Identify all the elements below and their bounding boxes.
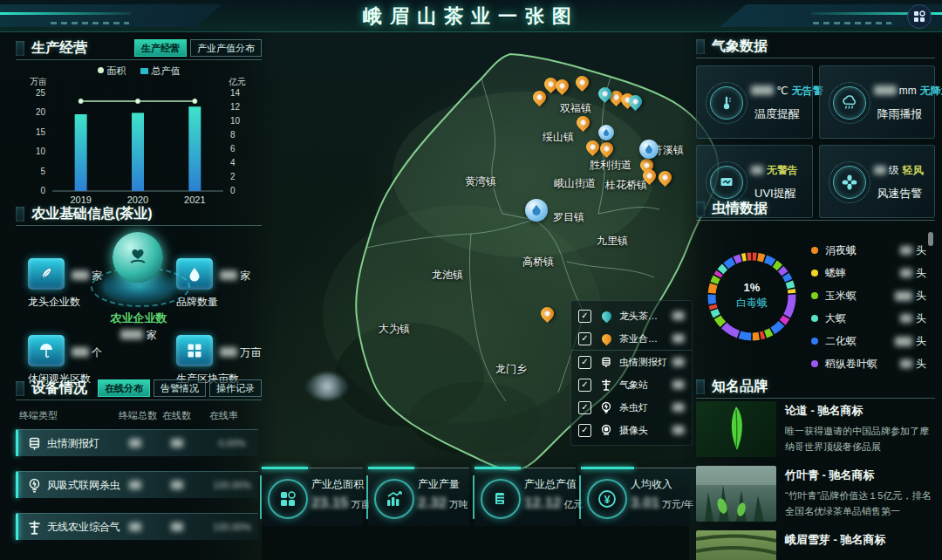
svg-text:12: 12 (230, 102, 241, 112)
svg-text:万亩: 万亩 (30, 78, 47, 86)
layer-row-insect-lamp[interactable]: ✓ 虫情测报灯 (571, 350, 692, 373)
layer-row-cooperative[interactable]: ✓ 茶业合… (571, 327, 692, 350)
rain-cloud-icon (829, 82, 870, 124)
checkbox-checked[interactable]: ✓ (578, 424, 591, 437)
weather-station-icon (27, 520, 42, 535)
total-value-icon (481, 479, 521, 519)
map-marker-water[interactable] (639, 140, 659, 159)
map-marker-water[interactable] (525, 199, 548, 222)
legend-dot (811, 292, 818, 299)
brand-desc: 唯一获得邀请的中国品牌参加了摩纳哥世界顶级奢侈品展 (785, 424, 935, 454)
stat-value: 家 (220, 269, 250, 283)
pest-legend-row[interactable]: 大螟头 (811, 307, 926, 330)
pest-count-blurred (895, 291, 912, 301)
panel-title-weather: 气象数据 (696, 38, 768, 56)
stat-number: 12.12 (524, 495, 562, 511)
tab-online-distribution[interactable]: 在线分布 (98, 379, 150, 397)
legend-area: 面积 (98, 65, 126, 78)
device-table-header: 终端类型 终端总数 在线数 在线率 (16, 407, 262, 425)
pest-count-blurred (895, 337, 912, 346)
town-label: 桂花桥镇 (605, 178, 647, 193)
panel-title-pests: 虫情数据 (696, 200, 768, 218)
insect-lamp-icon (27, 436, 42, 451)
map-marker-water[interactable] (598, 125, 614, 140)
checkbox-checked[interactable]: ✓ (578, 356, 591, 369)
brand-desc: “竹叶青”品牌价值达１5亿元，排名全国名优绿茶单品销售第一 (785, 488, 935, 519)
svg-text:20: 20 (36, 107, 46, 117)
brand-item[interactable]: 峨眉雪芽 - 驰名商标 (696, 530, 935, 560)
legend-dot (811, 247, 818, 254)
checkbox-checked[interactable]: ✓ (578, 332, 591, 345)
svg-text:0: 0 (230, 186, 236, 195)
cooperative-pin-icon (598, 334, 614, 344)
town-label: 龙池镇 (432, 268, 463, 283)
thermometer-icon (706, 82, 747, 124)
output-icon (374, 479, 414, 519)
chart-legend: 面积 总产值 (16, 65, 262, 78)
brand-title: 论道 - 驰名商标 (785, 403, 935, 419)
pest-legend-row[interactable]: 蟋蟀头 (811, 262, 926, 284)
legend-output: 总产值 (140, 65, 181, 78)
stat-card-total-value: 产业总产值 12.12亿元 (474, 468, 576, 526)
town-label: 龙门乡 (495, 362, 527, 377)
scrollbar-thumb[interactable] (928, 232, 933, 246)
town-label: 大为镇 (379, 322, 410, 337)
weather-station-icon (598, 379, 614, 391)
layer-row-weather-station[interactable]: ✓ 气象站 (571, 373, 692, 396)
svg-text:6: 6 (230, 144, 236, 154)
device-online-blurred (171, 439, 183, 447)
bar-series-marker (140, 68, 148, 74)
panel-production: 生产经营 生产经营 产业产值分布 面积 总产值 0510152025024681… (16, 37, 262, 202)
apps-menu-button[interactable] (907, 4, 932, 29)
town-label: 双福镇 (560, 101, 591, 116)
brand-item[interactable]: 论道 - 驰名商标 唯一获得邀请的中国品牌参加了摩纳哥世界顶级奢侈品展 (696, 401, 935, 457)
pest-legend-row[interactable]: 玉米螟头 (811, 284, 926, 307)
tab-alarms[interactable]: 告警情况 (154, 379, 206, 397)
layer-row-tea-enterprise[interactable]: ✓ 龙头茶… (571, 304, 692, 327)
device-row[interactable]: 无线农业综合气 100.00% (16, 513, 258, 540)
total-area-icon (268, 479, 308, 519)
svg-text:10: 10 (36, 147, 46, 156)
svg-text:4: 4 (230, 158, 236, 167)
agri-center-platform (91, 232, 187, 307)
town-label: 黄湾镇 (465, 174, 496, 189)
svg-text:10: 10 (230, 116, 241, 126)
tab-operation-log[interactable]: 操作记录 (209, 379, 262, 397)
stat-number: 2.32 (418, 495, 447, 511)
stat-card-total-area: 产业总面积 23.15万亩 (262, 468, 363, 526)
legend-dot (811, 270, 818, 277)
weather-card-temperature: ℃无告警 温度提醒 (696, 65, 813, 139)
device-row[interactable]: 虫情测报灯 0.00% (16, 429, 258, 456)
svg-text:0: 0 (40, 186, 45, 195)
tab-output-distribution[interactable]: 产业产值分布 (190, 39, 262, 57)
layer-row-camera[interactable]: ✓ 摄像头 (571, 419, 692, 441)
tab-production[interactable]: 生产经营 (134, 39, 187, 57)
killer-lamp-icon (598, 401, 614, 413)
checkbox-checked[interactable]: ✓ (578, 379, 591, 392)
stat-value: 万亩 (220, 345, 261, 360)
stat-brand-count: 家 品牌数量 (176, 258, 281, 290)
layer-row-killer-lamp[interactable]: ✓ 杀虫灯 (571, 396, 692, 419)
checkbox-checked[interactable]: ✓ (578, 310, 591, 323)
pest-legend-row[interactable]: 二化螟头 (811, 330, 926, 352)
town-label: 绥山镇 (543, 130, 574, 145)
svg-text:8: 8 (230, 130, 236, 140)
status-badge: 轻风 (903, 164, 924, 176)
device-rate: 100.00% (209, 480, 255, 490)
stat-number: 3.01 (631, 495, 659, 511)
pest-legend-row[interactable]: 涓夜蛾头 (811, 239, 926, 262)
panel-weather: 气象数据 ℃无告警 温度提醒 mm无降水 降雨播报 无警告 UVI提醒 (696, 35, 935, 197)
panel-brands: 知名品牌 论道 - 驰名商标 唯一获得邀请的中国品牌参加了摩纳哥世界顶级奢侈品展… (696, 375, 935, 560)
checkbox-checked[interactable]: ✓ (578, 401, 591, 414)
town-label: 九里镇 (597, 234, 628, 249)
device-row[interactable]: 风吸式联网杀虫 100.00% (16, 471, 258, 498)
svg-text:5: 5 (40, 167, 45, 176)
donut-species: 白毒蛾 (703, 296, 801, 311)
panel-pests: 虫情数据 1% 白毒蛾 涓夜蛾头 蟋蟀头 玉米螟头 大螟头 二化螟头 稻纵卷叶螟… (696, 197, 935, 375)
pest-legend-row[interactable]: 稻纵卷叶螟头 (811, 352, 926, 375)
stat-number: 23.15 (311, 495, 349, 511)
brand-item[interactable]: 竹叶青 - 驰名商标 “竹叶青”品牌价值达１5亿元，排名全国名优绿茶单品销售第一 (696, 466, 935, 522)
stat-production-blocks: 万亩 生产区块亩数 (176, 335, 281, 366)
device-total-blurred (129, 522, 141, 531)
brand-photo-leaf (696, 401, 776, 457)
